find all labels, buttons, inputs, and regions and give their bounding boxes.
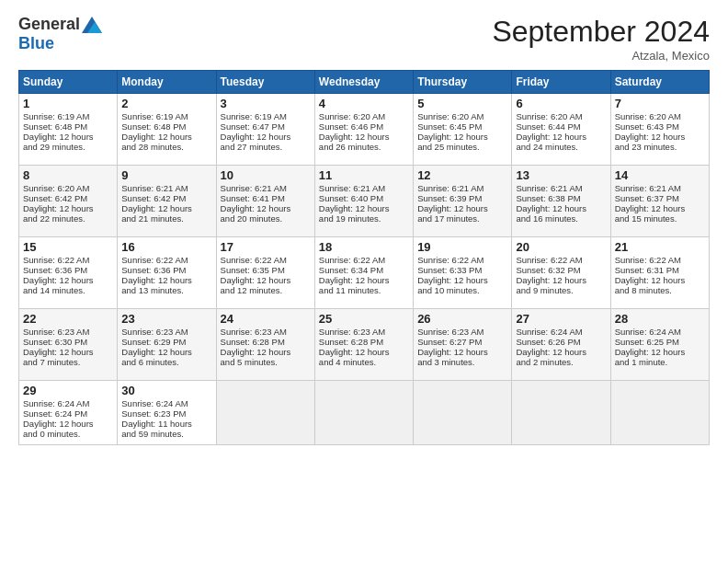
day-info: Sunrise: 6:21 AM — [221, 183, 311, 193]
day-cell: 11Sunrise: 6:21 AMSunset: 6:40 PMDayligh… — [314, 166, 413, 237]
day-cell: 12Sunrise: 6:21 AMSunset: 6:39 PMDayligh… — [414, 166, 512, 237]
day-info: Daylight: 12 hours — [417, 203, 507, 213]
day-info: Sunset: 6:28 PM — [221, 337, 311, 347]
day-number: 5 — [417, 97, 507, 110]
location: Atzala, Mexico — [492, 49, 710, 63]
day-info: Sunset: 6:31 PM — [615, 265, 705, 275]
day-info: Daylight: 12 hours — [516, 132, 606, 142]
page: General Blue September 2024 Atzala, Mexi… — [0, 0, 728, 563]
day-info: and 14 minutes. — [23, 285, 113, 295]
day-info: Sunrise: 6:24 AM — [615, 327, 705, 337]
day-number: 28 — [615, 312, 705, 326]
day-info: and 26 minutes. — [319, 142, 409, 152]
day-number: 26 — [417, 312, 507, 326]
day-cell: 9Sunrise: 6:21 AMSunset: 6:42 PMDaylight… — [118, 166, 216, 237]
day-info: Daylight: 12 hours — [221, 347, 311, 357]
day-info: Sunrise: 6:21 AM — [516, 183, 606, 193]
day-info: Daylight: 12 hours — [23, 203, 113, 213]
day-cell: 23Sunrise: 6:23 AMSunset: 6:29 PMDayligh… — [118, 309, 216, 381]
day-cell: 25Sunrise: 6:23 AMSunset: 6:28 PMDayligh… — [314, 309, 413, 381]
day-info: Sunset: 6:34 PM — [319, 265, 409, 275]
day-number: 24 — [221, 312, 311, 326]
day-info: Sunrise: 6:23 AM — [417, 327, 507, 337]
week-row-1: 1Sunrise: 6:19 AMSunset: 6:48 PMDaylight… — [19, 94, 710, 166]
week-row-5: 29Sunrise: 6:24 AMSunset: 6:24 PMDayligh… — [19, 381, 710, 445]
day-cell: 18Sunrise: 6:22 AMSunset: 6:34 PMDayligh… — [314, 237, 413, 309]
day-info: Daylight: 12 hours — [221, 275, 311, 285]
day-number: 22 — [23, 312, 113, 326]
logo-icon — [82, 17, 102, 33]
day-info: and 7 minutes. — [23, 357, 113, 367]
logo-blue: Blue — [18, 34, 54, 53]
day-info: Sunset: 6:45 PM — [417, 121, 507, 132]
day-info: and 27 minutes. — [221, 142, 311, 152]
day-info: Daylight: 12 hours — [417, 132, 507, 142]
day-info: Sunset: 6:41 PM — [221, 193, 311, 203]
day-info: Sunrise: 6:22 AM — [319, 255, 409, 265]
day-info: Daylight: 12 hours — [319, 132, 409, 142]
day-info: Sunset: 6:42 PM — [23, 193, 113, 203]
day-number: 10 — [221, 168, 311, 182]
day-info: and 23 minutes. — [615, 142, 705, 152]
day-info: Daylight: 12 hours — [23, 275, 113, 285]
day-info: Sunrise: 6:20 AM — [23, 183, 113, 193]
day-number: 18 — [319, 240, 409, 254]
day-info: and 17 minutes. — [417, 213, 507, 224]
day-cell: 10Sunrise: 6:21 AMSunset: 6:41 PMDayligh… — [216, 166, 314, 237]
day-info: and 21 minutes. — [121, 213, 211, 224]
day-number: 15 — [23, 240, 113, 254]
column-header-saturday: Saturday — [610, 71, 709, 94]
day-number: 23 — [121, 312, 211, 326]
day-info: Daylight: 12 hours — [516, 347, 606, 357]
day-number: 19 — [417, 240, 507, 254]
day-cell: 2Sunrise: 6:19 AMSunset: 6:48 PMDaylight… — [118, 94, 216, 166]
day-info: Sunrise: 6:22 AM — [516, 255, 606, 265]
day-info: and 19 minutes. — [319, 213, 409, 224]
day-info: Daylight: 12 hours — [23, 419, 113, 429]
day-info: and 20 minutes. — [221, 213, 311, 224]
day-info: and 4 minutes. — [319, 357, 409, 367]
day-info: and 15 minutes. — [615, 213, 705, 224]
day-info: Sunrise: 6:23 AM — [23, 327, 113, 337]
day-number: 9 — [121, 168, 211, 182]
day-cell: 26Sunrise: 6:23 AMSunset: 6:27 PMDayligh… — [414, 309, 512, 381]
day-number: 4 — [319, 97, 409, 110]
day-info: Sunset: 6:43 PM — [615, 121, 705, 132]
column-header-thursday: Thursday — [414, 71, 512, 94]
day-cell: 22Sunrise: 6:23 AMSunset: 6:30 PMDayligh… — [19, 309, 118, 381]
day-info: Sunrise: 6:20 AM — [417, 111, 507, 121]
day-info: Daylight: 12 hours — [121, 132, 211, 142]
day-info: Sunset: 6:26 PM — [516, 337, 606, 347]
week-row-2: 8Sunrise: 6:20 AMSunset: 6:42 PMDaylight… — [19, 166, 710, 237]
day-info: Daylight: 12 hours — [417, 275, 507, 285]
day-cell: 27Sunrise: 6:24 AMSunset: 6:26 PMDayligh… — [512, 309, 610, 381]
day-info: and 0 minutes. — [23, 429, 113, 439]
day-info: Daylight: 12 hours — [516, 203, 606, 213]
day-info: and 11 minutes. — [319, 285, 409, 295]
day-cell — [512, 381, 610, 445]
day-cell: 29Sunrise: 6:24 AMSunset: 6:24 PMDayligh… — [19, 381, 118, 445]
day-info: Sunset: 6:48 PM — [121, 121, 211, 132]
day-info: and 28 minutes. — [121, 142, 211, 152]
day-info: Sunrise: 6:24 AM — [121, 398, 211, 408]
day-info: Sunrise: 6:19 AM — [221, 111, 311, 121]
day-info: and 24 minutes. — [516, 142, 606, 152]
day-number: 25 — [319, 312, 409, 326]
day-cell — [216, 381, 314, 445]
day-info: and 16 minutes. — [516, 213, 606, 224]
day-number: 6 — [516, 97, 606, 110]
day-number: 8 — [23, 168, 113, 182]
day-info: Sunset: 6:46 PM — [319, 121, 409, 132]
day-info: Sunrise: 6:19 AM — [23, 111, 113, 121]
day-info: Sunset: 6:48 PM — [23, 121, 113, 132]
day-info: Daylight: 12 hours — [615, 275, 705, 285]
day-info: Sunrise: 6:22 AM — [23, 255, 113, 265]
day-info: Sunset: 6:28 PM — [319, 337, 409, 347]
day-info: Sunrise: 6:24 AM — [516, 327, 606, 337]
day-info: and 5 minutes. — [221, 357, 311, 367]
day-info: Sunset: 6:36 PM — [121, 265, 211, 275]
day-info: and 3 minutes. — [417, 357, 507, 367]
day-cell: 13Sunrise: 6:21 AMSunset: 6:38 PMDayligh… — [512, 166, 610, 237]
day-info: Sunset: 6:33 PM — [417, 265, 507, 275]
day-number: 20 — [516, 240, 606, 254]
